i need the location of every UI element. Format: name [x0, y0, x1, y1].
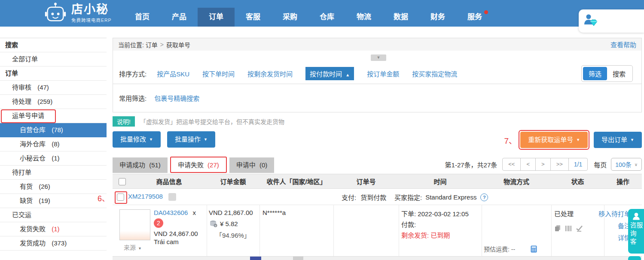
check-icon — [576, 225, 583, 232]
nav-item-warehouse[interactable]: 仓库 — [308, 8, 345, 27]
view-help-link[interactable]: 查看帮助 — [610, 40, 636, 49]
pagination: 第1-27条，共27条 << < > >> 1/1 每页 100条 ∨ — [445, 158, 642, 173]
refetch-tracking-number-button[interactable]: 重新获取运单号 ▼ — [520, 132, 588, 148]
payment-value: 货到付款 — [360, 194, 386, 201]
order-id-link[interactable]: XM2179508 — [128, 193, 163, 200]
prev-page-button[interactable]: < — [521, 158, 536, 170]
nav-item-products[interactable]: 产品 — [161, 8, 198, 27]
payment-label: 支付: — [342, 194, 356, 201]
chat-person-icon — [632, 212, 641, 221]
help-icon[interactable]: ? — [480, 193, 488, 201]
tab-count: (51) — [149, 161, 161, 169]
nav-item-home[interactable]: 首页 — [124, 8, 161, 27]
col-logistics: 物流方式 — [482, 177, 551, 186]
col-order-number: 订单号 — [333, 177, 399, 186]
batch-edit-button[interactable]: 批量修改 ▼ — [113, 131, 161, 148]
sidebar-item-tracking-number-apply[interactable]: 运单号申请 — [0, 109, 107, 123]
sidebar: 搜索 全部订单 订单 待审核 (47) 待处理 (259) 运单号申请 自营仓库… — [0, 38, 107, 260]
coins-icon: ¥ — [210, 220, 217, 227]
nav-item-orders[interactable]: 订单 — [198, 8, 235, 27]
tab-count: (0) — [259, 161, 267, 169]
export-orders-button[interactable]: 导出订单 ▼ — [594, 132, 642, 148]
first-page-button[interactable]: << — [503, 158, 521, 170]
nav-item-finance[interactable]: 财务 — [419, 8, 456, 27]
sidebar-item-xiaomi-cloud-warehouse[interactable]: 小秘云仓 (1) — [0, 151, 107, 166]
estimated-fee: 预估运费: -- — [484, 245, 515, 253]
sidebar-item-own-warehouse[interactable]: 自营仓库 (78) — [0, 123, 107, 137]
collapse-panel-tab[interactable]: ▼ — [371, 54, 386, 61]
sidebar-item-label: 待审核 — [12, 84, 31, 91]
nav-item-purchasing[interactable]: 采购 — [272, 8, 308, 27]
sidebar-item-pending-process[interactable]: 待处理 (259) — [0, 95, 107, 109]
notice-row: 说明! 「虚拟发货」把运单号提交给平台，但不真实发走货物 — [113, 116, 284, 127]
notification-dot — [484, 10, 488, 14]
sidebar-item-to-print[interactable]: 待打单 — [0, 166, 107, 180]
sort-active-label: 按付款时间 — [310, 70, 342, 78]
tab-apply-failed[interactable]: 申请失败 (27) — [171, 157, 226, 173]
batch-edit-label: 批量修改 — [120, 131, 146, 148]
payment-info: 支付: 货到付款 — [342, 193, 386, 202]
sidebar-item-pending-review[interactable]: 待审核 (47) — [0, 81, 107, 95]
sidebar-item-delivered[interactable]: 已交运 — [0, 208, 107, 222]
next-page-button[interactable]: > — [536, 158, 551, 170]
last-page-button[interactable]: >> — [551, 158, 569, 170]
tab-apply-success[interactable]: 申请成功 (51) — [113, 157, 168, 173]
nav-item-data[interactable]: 数据 — [382, 8, 419, 27]
recipient-cell: N******a — [259, 205, 333, 256]
nav-item-services-label: 服务 — [467, 13, 482, 21]
row-checkbox[interactable] — [117, 193, 124, 201]
sidebar-item-out-of-stock[interactable]: 缺货 (19) — [0, 194, 107, 208]
per-page-select[interactable]: 100条 ∨ — [611, 158, 642, 171]
sort-by-payment-time-active[interactable]: 按付款时间 ▲ — [305, 67, 354, 80]
sort-by-order-amount[interactable]: 按订单金额 — [367, 69, 399, 78]
sort-by-sku[interactable]: 按产品SKU — [157, 69, 189, 78]
order-time: 下单: 2022-03-02 12:05 — [401, 209, 482, 219]
sidebar-item-overseas-warehouse[interactable]: 海外仓库 (8) — [0, 137, 107, 151]
source-dropdown[interactable]: 来源 ▾ — [124, 243, 141, 251]
caret-down-icon: ▼ — [149, 131, 153, 148]
table-header: 商品信息 订单金额 收件人「国家/地区」 订单号 时间 物流方式 状态 操作 — [113, 174, 642, 189]
tab-applying[interactable]: 申请中 (0) — [229, 157, 275, 173]
customer-service-chat-button[interactable]: 咨询客服 — [628, 209, 644, 254]
user-account-panel[interactable] — [579, 9, 644, 33]
calculator-icon[interactable] — [531, 245, 537, 253]
package-number-search-link[interactable]: 包裹号精确搜索 — [154, 94, 199, 103]
filter-button[interactable]: 筛选 — [583, 67, 607, 80]
annotation-rect-refetch: 重新获取运单号 ▼ — [519, 130, 589, 150]
nav-item-services[interactable]: 服务 — [456, 8, 493, 27]
sort-by-remaining-ship-time[interactable]: 按剩余发货时间 — [247, 69, 293, 78]
breadcrumb-label: 当前位置: — [118, 40, 144, 49]
time-cell: 下单: 2022-03-02 12:05 付款: 剩余发货: 已到期 — [399, 205, 482, 256]
sort-by-buyer-logistics[interactable]: 按买家指定物流 — [412, 69, 457, 78]
platform-icon — [168, 193, 176, 201]
batch-operation-button[interactable]: 批量操作 ▼ — [167, 131, 215, 148]
col-time: 时间 — [399, 177, 482, 186]
move-to-print-link[interactable]: 移入待打单 — [598, 209, 631, 218]
times-label: x — [192, 209, 196, 216]
next-row-partial — [113, 257, 642, 260]
notice-text: 「虚拟发货」把运单号提交给平台，但不真实发走货物 — [140, 117, 284, 126]
select-all-checkbox[interactable] — [119, 178, 126, 185]
nav-item-logistics[interactable]: 物流 — [345, 8, 382, 27]
search-button[interactable]: 搜索 — [607, 67, 631, 80]
sidebar-item-label: 小秘云仓 — [20, 154, 46, 162]
profit-line: ¥ ¥ 5.82 — [207, 220, 259, 227]
breadcrumb-separator: > — [160, 41, 164, 48]
chat-secondary-button-partial[interactable] — [628, 256, 641, 260]
sidebar-item-ship-failed[interactable]: 发货失败 (1) — [0, 222, 107, 236]
nav-item-customer-service[interactable]: 客服 — [235, 8, 272, 27]
logo-subtitle: 免费跨境电商ERP — [71, 17, 112, 23]
robot-logo-icon — [44, 2, 67, 24]
sidebar-item-ship-success[interactable]: 发货成功 (373) — [0, 236, 107, 251]
sidebar-item-all-orders[interactable]: 全部订单 — [0, 52, 107, 67]
sort-by-order-time[interactable]: 按下单时间 — [202, 69, 235, 78]
breadcrumb-parent[interactable]: 订单 — [146, 40, 158, 49]
profit-value: ¥ 5.82 — [220, 220, 238, 227]
next-row-platform-icon — [250, 257, 261, 260]
logistics-cell: 预估运费: -- — [482, 205, 551, 256]
order-group-row: XM2179508 支付: 货到付款 买家指定: Standard Expres… — [113, 189, 642, 205]
sku-link[interactable]: DA0432606 — [154, 209, 188, 216]
app-logo[interactable]: 店小秘 免费跨境电商ERP — [44, 2, 112, 24]
sidebar-item-in-stock[interactable]: 有货 (26) — [0, 180, 107, 194]
sidebar-item-label: 海外仓库 — [20, 140, 46, 148]
